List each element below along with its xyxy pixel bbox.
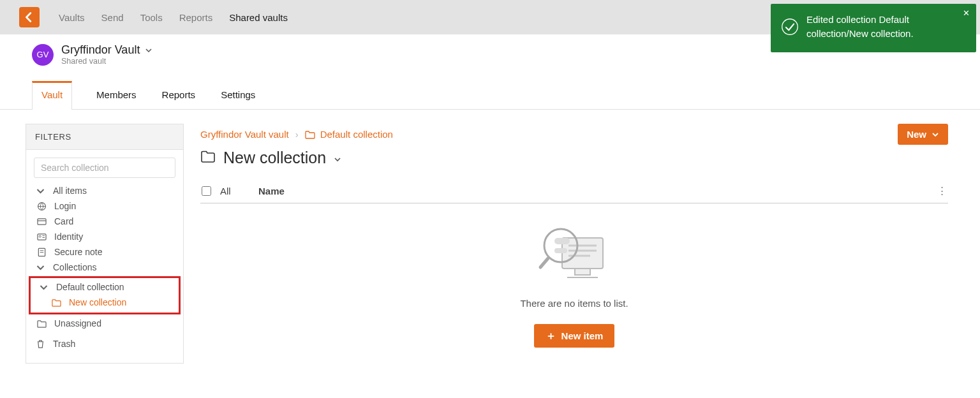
filter-label: Trash [53, 339, 75, 349]
highlighted-region: Default collection New collection [29, 276, 181, 314]
filter-label: New collection [69, 297, 126, 307]
chevron-down-icon [38, 283, 48, 292]
chevron-down-icon [145, 47, 152, 54]
svg-rect-18 [554, 238, 570, 244]
vault-avatar: GV [32, 44, 54, 66]
identity-icon [36, 232, 47, 242]
globe-icon [36, 202, 47, 211]
new-item-label: New item [561, 330, 604, 341]
vault-name-dropdown[interactable]: Gryffindor Vault [61, 43, 152, 57]
filter-new-collection[interactable]: New collection [34, 295, 175, 310]
select-all-checkbox[interactable] [202, 186, 211, 196]
filter-default-collection[interactable]: Default collection [34, 279, 175, 295]
filter-identity[interactable]: Identity [33, 229, 177, 244]
empty-state: There are no items to list. ＋ New item [200, 203, 948, 360]
filter-label: Card [54, 216, 73, 226]
column-name: Name [258, 186, 932, 196]
nav-tools[interactable]: Tools [140, 12, 163, 23]
chevron-down-icon [35, 186, 45, 196]
tab-settings[interactable]: Settings [219, 81, 256, 109]
page-title: New collection [223, 149, 326, 167]
svg-point-5 [39, 235, 41, 237]
arrow-left-icon [22, 10, 36, 24]
chevron-right-icon: › [295, 129, 299, 140]
page-title-row: New collection [200, 149, 948, 167]
chevron-down-icon [334, 156, 341, 163]
folder-icon [36, 319, 47, 328]
empty-message: There are no items to list. [200, 298, 948, 309]
trash-icon [35, 339, 45, 349]
nav-send[interactable]: Send [101, 12, 124, 23]
svg-line-20 [540, 258, 548, 267]
svg-rect-19 [554, 248, 567, 253]
filter-card[interactable]: Card [33, 214, 177, 229]
folder-icon [51, 298, 61, 307]
breadcrumb-parent-label: Default collection [320, 129, 393, 140]
check-icon [781, 18, 799, 36]
main-area: FILTERS All items Login Card Identity [0, 110, 980, 364]
chevron-down-icon [35, 263, 45, 272]
new-button-label: New [907, 129, 926, 140]
folder-icon [305, 130, 315, 139]
filter-collections[interactable]: Collections [33, 260, 177, 275]
note-icon [36, 247, 47, 257]
vault-tabs: Vault Members Reports Settings [32, 81, 948, 109]
app-logo[interactable] [19, 7, 40, 27]
breadcrumb-parent[interactable]: Default collection [305, 129, 393, 140]
nav-reports[interactable]: Reports [179, 12, 213, 23]
filter-login[interactable]: Login [33, 198, 177, 214]
nav-vaults[interactable]: Vaults [59, 12, 85, 23]
nav-shared-vaults[interactable]: Shared vaults [229, 12, 288, 23]
table-options-icon[interactable]: ⋮ [932, 185, 947, 196]
nav-links: Vaults Send Tools Reports Shared vaults [59, 12, 288, 23]
svg-rect-2 [37, 218, 45, 224]
content-area: Gryffindor Vault vault › Default collect… [200, 124, 948, 364]
breadcrumb-row: Gryffindor Vault vault › Default collect… [200, 124, 948, 145]
filter-unassigned[interactable]: Unassigned [33, 316, 177, 331]
svg-point-0 [782, 19, 798, 35]
filters-header: FILTERS [26, 124, 183, 150]
page-title-menu[interactable] [334, 149, 341, 167]
filter-label: Collections [53, 262, 96, 272]
breadcrumb-root[interactable]: Gryffindor Vault vault [200, 129, 289, 140]
folder-icon [200, 149, 216, 167]
breadcrumb: Gryffindor Vault vault › Default collect… [200, 129, 393, 140]
filter-secure-note[interactable]: Secure note [33, 244, 177, 260]
new-item-button[interactable]: ＋ New item [534, 324, 615, 348]
items-table-header: All Name ⋮ [200, 179, 948, 203]
filter-label: Identity [54, 232, 83, 242]
top-navbar: Vaults Send Tools Reports Shared vaults … [0, 0, 980, 34]
empty-illustration [533, 220, 616, 286]
tab-reports[interactable]: Reports [161, 81, 197, 109]
vault-name: Gryffindor Vault [61, 43, 140, 57]
chevron-down-icon [932, 131, 939, 138]
plus-icon: ＋ [546, 330, 556, 341]
toast-message: Edited collection Default collection/New… [806, 14, 914, 39]
filters-sidebar: FILTERS All items Login Card Identity [26, 124, 184, 364]
filter-trash[interactable]: Trash [33, 336, 177, 351]
filter-label: All items [53, 186, 87, 196]
filter-label: Default collection [56, 282, 124, 292]
success-toast: Edited collection Default collection/New… [771, 4, 976, 52]
tab-members[interactable]: Members [95, 81, 138, 109]
svg-rect-4 [37, 233, 45, 239]
filter-label: Unassigned [54, 318, 101, 328]
search-collection-input[interactable] [34, 158, 175, 178]
new-button[interactable]: New [898, 124, 948, 145]
filter-all-items[interactable]: All items [33, 183, 177, 198]
filter-label: Secure note [54, 247, 103, 257]
column-all: All [220, 186, 258, 196]
card-icon [36, 217, 47, 226]
vault-subtitle: Shared vault [61, 57, 152, 66]
filter-list: All items Login Card Identity Secure not… [26, 183, 183, 363]
toast-close-icon[interactable]: ✕ [963, 8, 970, 20]
filter-label: Login [54, 201, 76, 211]
svg-rect-15 [575, 269, 590, 275]
tab-vault[interactable]: Vault [32, 81, 72, 110]
